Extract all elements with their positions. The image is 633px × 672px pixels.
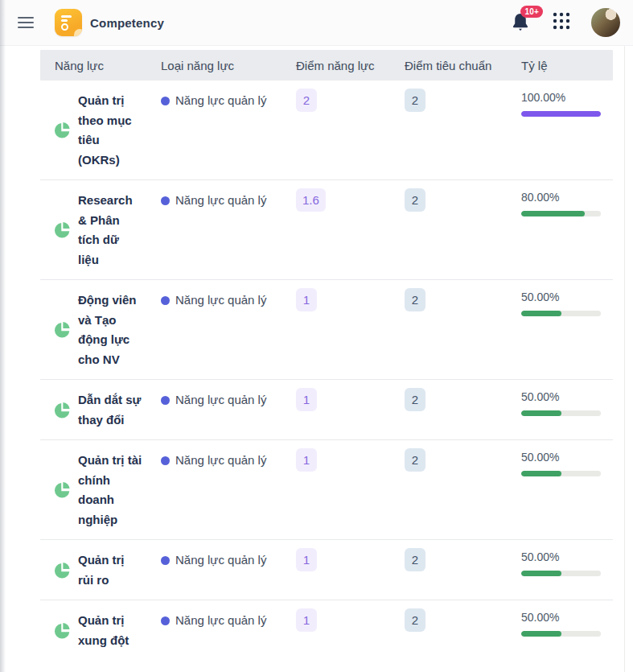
competency-type-label: Năng lực quản lý [175,611,266,631]
score-badge: 1 [296,548,317,571]
competency-app-icon[interactable] [55,9,82,36]
competency-name: Quản trị tài chính doanh nghiệp [78,451,142,530]
table-header-row: Năng lực Loại năng lực Điểm năng lực Điể… [40,50,613,80]
standard-score-cell: 2 [394,550,513,590]
score-badge: 1 [296,448,317,472]
ratio-progressbar-fill [521,571,561,576]
app-header: Competency 10+ [0,0,633,46]
pie-chart-icon [52,320,72,340]
table-row[interactable]: Quản trị xung đột Năng lực quản lý 1 2 5… [40,600,613,660]
table-row[interactable]: Quản trị rủi ro Năng lực quản lý 1 2 50.… [40,540,613,600]
pie-chart-icon [52,561,72,580]
app-title: Competency [90,16,164,30]
competency-type-cell: Năng lực quản lý [153,611,286,650]
column-header-score: Điểm năng lực [286,59,394,72]
score-badge: 2 [296,89,317,112]
column-header-standard: Điểm tiêu chuẩn [394,59,513,72]
standard-score-cell: 2 [394,611,513,650]
table-row[interactable]: Quản trị theo mục tiêu (OKRs) Năng lực q… [40,80,613,180]
competency-score-cell: 2 [286,91,394,170]
competency-score-cell: 1 [286,291,394,369]
standard-badge: 2 [405,608,425,632]
standard-score-cell: 2 [394,91,513,170]
standard-badge: 2 [405,188,425,212]
competency-type-label: Năng lực quản lý [175,191,266,211]
ratio-progressbar-fill [521,211,585,216]
menu-icon[interactable] [18,17,34,28]
competency-score-cell: 1 [286,390,394,430]
ratio-percent-label: 50.00% [521,550,601,564]
ratio-progressbar-fill [521,311,561,316]
competency-type-cell: Năng lực quản lý [153,91,286,170]
column-header-type: Loại năng lực [153,59,286,72]
window-left-shadow [0,0,6,672]
grid-apps-icon[interactable] [551,10,572,35]
competency-type-cell: Năng lực quản lý [153,451,286,530]
ratio-cell: 50.00% [513,390,613,430]
competency-type-cell: Năng lực quản lý [153,191,286,270]
column-header-ratio: Tỷ lệ [513,59,613,72]
standard-score-cell: 2 [394,390,513,430]
ratio-cell: 80.00% [513,191,613,270]
table-body: Quản trị theo mục tiêu (OKRs) Năng lực q… [40,80,613,660]
notifications-bell-icon[interactable]: 10+ [509,11,532,34]
ratio-progressbar-fill [521,111,601,117]
type-dot-icon [161,616,170,625]
app-window: Competency 10+ [0,0,633,672]
pie-chart-icon [52,121,72,140]
ratio-percent-label: 50.00% [521,451,601,464]
standard-badge: 2 [405,388,425,411]
standard-badge: 2 [405,448,425,472]
table-row[interactable]: Quản trị tài chính doanh nghiệp Năng lực… [40,440,613,540]
competency-name: Quản trị theo mục tiêu (OKRs) [78,91,142,170]
competency-name-cell: Research & Phân tích dữ liệu [40,191,153,270]
type-dot-icon [161,196,170,205]
competency-name-cell: Quản trị theo mục tiêu (OKRs) [40,91,153,170]
table-row[interactable]: Research & Phân tích dữ liệu Năng lực qu… [40,180,613,280]
header-actions: 10+ [509,8,622,37]
competency-name-cell: Động viên và Tạo động lực cho NV [40,291,153,369]
score-badge: 1 [296,388,317,411]
competency-score-cell: 1.6 [286,191,394,270]
competency-score-cell: 1 [286,550,394,590]
ratio-progressbar [521,471,601,476]
competency-type-cell: Năng lực quản lý [153,390,286,430]
ratio-progressbar [521,410,601,416]
pie-chart-icon [52,401,72,420]
standard-score-cell: 2 [394,451,513,530]
competency-type-label: Năng lực quản lý [175,451,266,471]
competency-type-label: Năng lực quản lý [175,550,266,571]
ratio-progressbar-fill [521,631,561,637]
user-avatar[interactable] [591,8,620,37]
pie-chart-icon [52,221,72,240]
ratio-progressbar [521,311,601,316]
ratio-cell: 50.00% [513,550,613,590]
ratio-percent-label: 50.00% [521,291,601,304]
pie-chart-icon [52,480,72,500]
type-dot-icon [161,456,170,465]
score-badge: 1 [296,288,317,311]
type-dot-icon [161,556,170,565]
competency-name: Quản trị rủi ro [78,550,142,590]
competency-type-cell: Năng lực quản lý [153,291,286,369]
competency-name-cell: Quản trị tài chính doanh nghiệp [40,451,153,530]
standard-score-cell: 2 [394,191,513,270]
competency-type-cell: Năng lực quản lý [153,550,286,590]
ratio-cell: 100.00% [513,91,613,170]
ratio-cell: 50.00% [513,611,613,650]
column-header-competency: Năng lực [40,59,153,72]
table-row[interactable]: Động viên và Tạo động lực cho NV Năng lự… [40,280,613,380]
table-row[interactable]: Dẫn dắt sự thay đổi Năng lực quản lý 1 2… [40,380,613,440]
ratio-progressbar [521,111,601,117]
competency-type-label: Năng lực quản lý [175,291,266,311]
ratio-progressbar-fill [521,410,561,416]
ratio-progressbar-fill [521,471,561,476]
competency-name: Động viên và Tạo động lực cho NV [78,291,142,369]
competency-name: Research & Phân tích dữ liệu [78,191,142,270]
standard-badge: 2 [405,288,425,311]
type-dot-icon [161,396,170,405]
ratio-progressbar [521,571,601,576]
pie-chart-icon [52,621,72,641]
scrollbar-track[interactable] [624,46,625,672]
competency-score-cell: 1 [286,611,394,650]
